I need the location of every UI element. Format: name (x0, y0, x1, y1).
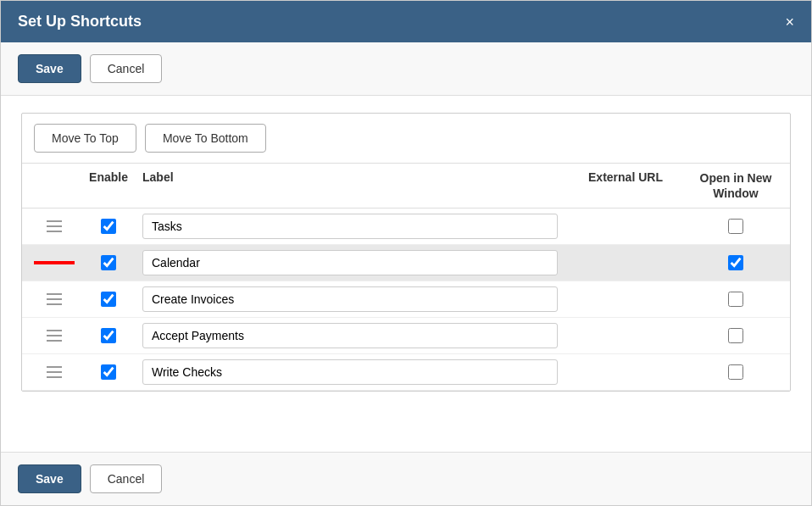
table-row (22, 245, 790, 281)
drag-handle-create-invoices[interactable] (34, 292, 75, 306)
cell-label-tasks (142, 214, 558, 239)
window-checkbox-tasks[interactable] (728, 219, 743, 234)
cell-label-accept-payments (142, 323, 558, 348)
bottom-cancel-button[interactable]: Cancel (90, 464, 163, 493)
window-checkbox-calendar[interactable] (728, 255, 743, 270)
table-row (22, 209, 790, 245)
move-to-bottom-button[interactable]: Move To Bottom (145, 124, 266, 153)
top-cancel-button[interactable]: Cancel (90, 54, 163, 83)
close-button[interactable]: × (785, 14, 794, 30)
cell-window-accept-payments (693, 328, 778, 343)
cell-enable-create-invoices (75, 292, 142, 307)
move-to-top-button[interactable]: Move To Top (34, 124, 136, 153)
col-label-header: Label (142, 170, 558, 201)
cell-enable-calendar (75, 255, 142, 270)
label-input-accept-payments[interactable] (142, 323, 558, 348)
modal-header: Set Up Shortcuts × (1, 1, 811, 42)
enable-checkbox-write-checks[interactable] (101, 364, 116, 380)
drag-icon-create-invoices (47, 292, 62, 306)
label-input-create-invoices[interactable] (142, 286, 558, 312)
label-input-calendar[interactable] (142, 250, 558, 275)
label-input-tasks[interactable] (142, 214, 558, 239)
action-bar: Move To Top Move To Bottom (22, 114, 790, 164)
modal-title: Set Up Shortcuts (18, 13, 142, 31)
cell-window-create-invoices (693, 292, 778, 307)
drag-handle-accept-payments[interactable] (34, 329, 75, 342)
col-drag-header (34, 170, 75, 201)
cell-window-write-checks (693, 364, 778, 380)
window-checkbox-write-checks[interactable] (728, 364, 743, 380)
shortcuts-table-container: Move To Top Move To Bottom Enable Label … (21, 113, 791, 392)
col-url-header: External URL (558, 170, 693, 201)
cell-window-calendar (693, 255, 778, 270)
modal-set-up-shortcuts: Set Up Shortcuts × Save Cancel Move To T… (0, 0, 812, 506)
top-save-button[interactable]: Save (18, 54, 81, 83)
cell-enable-accept-payments (75, 328, 142, 343)
modal-body: Move To Top Move To Bottom Enable Label … (1, 96, 811, 452)
cell-enable-tasks (75, 219, 142, 234)
drag-handle-tasks[interactable] (34, 220, 75, 233)
cell-label-write-checks (142, 359, 558, 385)
bottom-save-button[interactable]: Save (18, 464, 81, 493)
drag-icon-tasks (47, 220, 62, 233)
enable-checkbox-calendar[interactable] (101, 255, 116, 270)
top-toolbar: Save Cancel (1, 42, 811, 96)
table-row (22, 318, 790, 354)
drag-icon-write-checks (47, 365, 62, 379)
cell-label-create-invoices (142, 286, 558, 312)
table-row (22, 281, 790, 318)
cell-label-calendar (142, 250, 558, 275)
drag-icon-accept-payments (47, 329, 62, 342)
drag-handle-calendar[interactable] (34, 261, 75, 264)
window-checkbox-create-invoices[interactable] (728, 292, 743, 307)
table-row (22, 354, 790, 391)
label-input-write-checks[interactable] (142, 359, 558, 385)
enable-checkbox-accept-payments[interactable] (101, 328, 116, 343)
col-window-header: Open in New Window (693, 170, 778, 201)
modal-footer: Save Cancel (1, 452, 811, 505)
window-checkbox-accept-payments[interactable] (728, 328, 743, 343)
enable-checkbox-create-invoices[interactable] (101, 292, 116, 307)
cell-window-tasks (693, 219, 778, 234)
table-header: Enable Label External URL Open in New Wi… (22, 164, 790, 209)
col-enable-header: Enable (75, 170, 142, 201)
drag-handle-write-checks[interactable] (34, 365, 75, 379)
enable-checkbox-tasks[interactable] (101, 219, 116, 234)
cell-enable-write-checks (75, 364, 142, 380)
